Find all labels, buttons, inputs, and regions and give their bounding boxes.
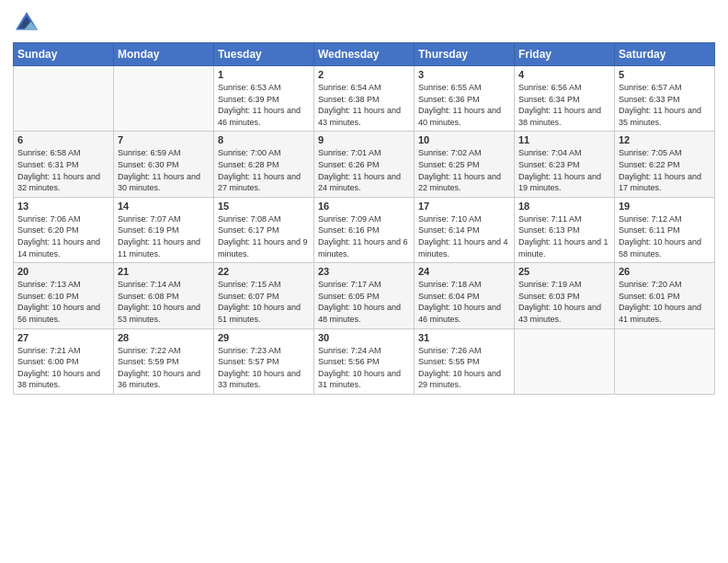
day-number: 3	[418, 69, 510, 80]
day-info: Sunrise: 7:06 AM Sunset: 6:20 PM Dayligh…	[17, 213, 109, 259]
logo	[13, 9, 44, 37]
day-info: Sunrise: 7:18 AM Sunset: 6:04 PM Dayligh…	[418, 279, 510, 325]
calendar-cell: 9Sunrise: 7:01 AM Sunset: 6:26 PM Daylig…	[314, 132, 415, 197]
day-number: 18	[518, 201, 610, 212]
day-number: 29	[218, 332, 310, 343]
day-info: Sunrise: 7:10 AM Sunset: 6:14 PM Dayligh…	[418, 213, 510, 259]
day-number: 26	[619, 266, 711, 277]
day-number: 17	[418, 201, 510, 212]
header	[13, 9, 715, 37]
calendar-cell: 25Sunrise: 7:19 AM Sunset: 6:03 PM Dayli…	[515, 263, 615, 328]
day-info: Sunrise: 7:02 AM Sunset: 6:25 PM Dayligh…	[418, 147, 510, 193]
calendar-cell: 31Sunrise: 7:26 AM Sunset: 5:55 PM Dayli…	[415, 328, 515, 394]
page: SundayMondayTuesdayWednesdayThursdayFrid…	[0, 0, 728, 408]
calendar-cell: 24Sunrise: 7:18 AM Sunset: 6:04 PM Dayli…	[415, 263, 515, 328]
day-number: 24	[418, 266, 510, 277]
day-number: 4	[518, 69, 610, 80]
day-number: 7	[118, 134, 210, 145]
calendar-week-row: 27Sunrise: 7:21 AM Sunset: 6:00 PM Dayli…	[14, 328, 715, 394]
day-number: 13	[17, 201, 109, 212]
day-info: Sunrise: 6:58 AM Sunset: 6:31 PM Dayligh…	[17, 147, 109, 193]
calendar-cell: 30Sunrise: 7:24 AM Sunset: 5:56 PM Dayli…	[314, 328, 415, 394]
calendar-cell: 23Sunrise: 7:17 AM Sunset: 6:05 PM Dayli…	[314, 263, 415, 328]
calendar-cell: 4Sunrise: 6:56 AM Sunset: 6:34 PM Daylig…	[515, 66, 615, 132]
day-number: 2	[318, 69, 410, 80]
calendar-cell: 7Sunrise: 6:59 AM Sunset: 6:30 PM Daylig…	[114, 132, 214, 197]
day-info: Sunrise: 7:08 AM Sunset: 6:17 PM Dayligh…	[218, 213, 310, 259]
calendar-cell: 5Sunrise: 6:57 AM Sunset: 6:33 PM Daylig…	[615, 66, 715, 132]
day-info: Sunrise: 6:53 AM Sunset: 6:39 PM Dayligh…	[218, 82, 310, 128]
calendar-cell: 27Sunrise: 7:21 AM Sunset: 6:00 PM Dayli…	[14, 328, 114, 394]
day-info: Sunrise: 6:54 AM Sunset: 6:38 PM Dayligh…	[318, 82, 410, 128]
calendar-cell: 28Sunrise: 7:22 AM Sunset: 5:59 PM Dayli…	[114, 328, 214, 394]
day-number: 21	[118, 266, 210, 277]
day-number: 6	[17, 134, 109, 145]
calendar-cell: 18Sunrise: 7:11 AM Sunset: 6:13 PM Dayli…	[515, 197, 615, 262]
day-number: 16	[318, 201, 410, 212]
calendar-cell: 21Sunrise: 7:14 AM Sunset: 6:08 PM Dayli…	[114, 263, 214, 328]
logo-icon	[13, 9, 40, 37]
calendar-cell: 3Sunrise: 6:55 AM Sunset: 6:36 PM Daylig…	[415, 66, 515, 132]
day-number: 20	[17, 266, 109, 277]
calendar-cell: 17Sunrise: 7:10 AM Sunset: 6:14 PM Dayli…	[415, 197, 515, 262]
calendar-cell: 8Sunrise: 7:00 AM Sunset: 6:28 PM Daylig…	[214, 132, 314, 197]
day-number: 30	[318, 332, 410, 343]
day-number: 12	[619, 134, 711, 145]
day-info: Sunrise: 7:05 AM Sunset: 6:22 PM Dayligh…	[619, 147, 711, 193]
day-number: 15	[218, 201, 310, 212]
day-info: Sunrise: 6:59 AM Sunset: 6:30 PM Dayligh…	[118, 147, 210, 193]
day-info: Sunrise: 7:24 AM Sunset: 5:56 PM Dayligh…	[318, 345, 410, 391]
day-number: 9	[318, 134, 410, 145]
calendar-cell: 13Sunrise: 7:06 AM Sunset: 6:20 PM Dayli…	[14, 197, 114, 262]
day-info: Sunrise: 7:23 AM Sunset: 5:57 PM Dayligh…	[218, 345, 310, 391]
day-number: 1	[218, 69, 310, 80]
day-number: 23	[318, 266, 410, 277]
day-info: Sunrise: 7:15 AM Sunset: 6:07 PM Dayligh…	[218, 279, 310, 325]
calendar-cell	[515, 328, 615, 394]
weekday-header: Friday	[515, 43, 615, 66]
calendar-table: SundayMondayTuesdayWednesdayThursdayFrid…	[13, 42, 715, 395]
calendar-cell	[14, 66, 114, 132]
calendar-cell: 19Sunrise: 7:12 AM Sunset: 6:11 PM Dayli…	[615, 197, 715, 262]
day-info: Sunrise: 6:55 AM Sunset: 6:36 PM Dayligh…	[418, 82, 510, 128]
day-info: Sunrise: 7:14 AM Sunset: 6:08 PM Dayligh…	[118, 279, 210, 325]
weekday-header: Sunday	[14, 43, 114, 66]
weekday-header: Saturday	[615, 43, 715, 66]
weekday-header: Tuesday	[214, 43, 314, 66]
calendar-cell: 11Sunrise: 7:04 AM Sunset: 6:23 PM Dayli…	[515, 132, 615, 197]
calendar-cell	[114, 66, 214, 132]
calendar-cell: 20Sunrise: 7:13 AM Sunset: 6:10 PM Dayli…	[14, 263, 114, 328]
day-info: Sunrise: 7:11 AM Sunset: 6:13 PM Dayligh…	[518, 213, 610, 259]
calendar-cell: 12Sunrise: 7:05 AM Sunset: 6:22 PM Dayli…	[615, 132, 715, 197]
calendar-week-row: 6Sunrise: 6:58 AM Sunset: 6:31 PM Daylig…	[14, 132, 715, 197]
day-info: Sunrise: 7:20 AM Sunset: 6:01 PM Dayligh…	[619, 279, 711, 325]
calendar-cell	[615, 328, 715, 394]
weekday-header: Monday	[114, 43, 214, 66]
day-info: Sunrise: 7:07 AM Sunset: 6:19 PM Dayligh…	[118, 213, 210, 259]
day-number: 22	[218, 266, 310, 277]
calendar-week-row: 13Sunrise: 7:06 AM Sunset: 6:20 PM Dayli…	[14, 197, 715, 262]
day-info: Sunrise: 7:12 AM Sunset: 6:11 PM Dayligh…	[619, 213, 711, 259]
calendar-cell: 10Sunrise: 7:02 AM Sunset: 6:25 PM Dayli…	[415, 132, 515, 197]
day-info: Sunrise: 7:04 AM Sunset: 6:23 PM Dayligh…	[518, 147, 610, 193]
day-info: Sunrise: 7:13 AM Sunset: 6:10 PM Dayligh…	[17, 279, 109, 325]
weekday-header-row: SundayMondayTuesdayWednesdayThursdayFrid…	[14, 43, 715, 66]
day-info: Sunrise: 6:57 AM Sunset: 6:33 PM Dayligh…	[619, 82, 711, 128]
calendar-cell: 14Sunrise: 7:07 AM Sunset: 6:19 PM Dayli…	[114, 197, 214, 262]
day-number: 11	[518, 134, 610, 145]
day-info: Sunrise: 7:17 AM Sunset: 6:05 PM Dayligh…	[318, 279, 410, 325]
calendar-cell: 6Sunrise: 6:58 AM Sunset: 6:31 PM Daylig…	[14, 132, 114, 197]
day-info: Sunrise: 7:19 AM Sunset: 6:03 PM Dayligh…	[518, 279, 610, 325]
day-info: Sunrise: 7:09 AM Sunset: 6:16 PM Dayligh…	[318, 213, 410, 259]
day-info: Sunrise: 7:00 AM Sunset: 6:28 PM Dayligh…	[218, 147, 310, 193]
day-info: Sunrise: 6:56 AM Sunset: 6:34 PM Dayligh…	[518, 82, 610, 128]
day-number: 31	[418, 332, 510, 343]
day-number: 14	[118, 201, 210, 212]
day-number: 25	[518, 266, 610, 277]
day-number: 27	[17, 332, 109, 343]
calendar-cell: 1Sunrise: 6:53 AM Sunset: 6:39 PM Daylig…	[214, 66, 314, 132]
calendar-cell: 16Sunrise: 7:09 AM Sunset: 6:16 PM Dayli…	[314, 197, 415, 262]
day-info: Sunrise: 7:26 AM Sunset: 5:55 PM Dayligh…	[418, 345, 510, 391]
day-number: 10	[418, 134, 510, 145]
day-info: Sunrise: 7:01 AM Sunset: 6:26 PM Dayligh…	[318, 147, 410, 193]
